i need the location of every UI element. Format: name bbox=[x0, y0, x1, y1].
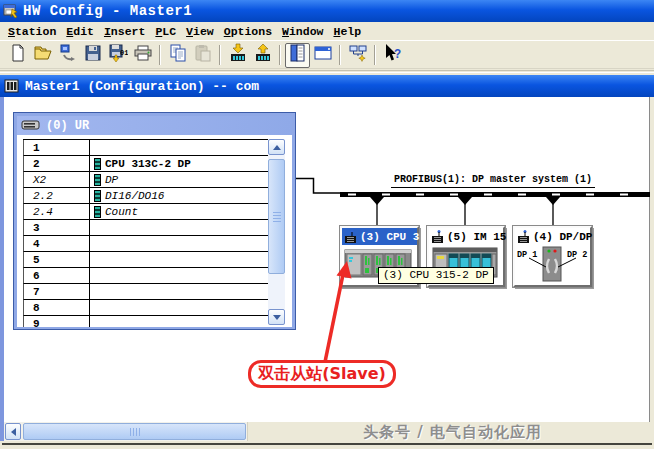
save-compile-button[interactable]: 01 bbox=[105, 43, 130, 68]
paste-button[interactable] bbox=[190, 43, 215, 68]
open-station-button[interactable] bbox=[55, 43, 80, 68]
dp-port-2-label: DP 2 bbox=[567, 250, 587, 260]
menu-bar: Station Edit Insert PLC View Options Win… bbox=[0, 22, 654, 41]
rack-row[interactable]: 6 bbox=[23, 268, 271, 284]
scrollbar-thumb[interactable] bbox=[268, 159, 285, 274]
station-window-button[interactable] bbox=[310, 43, 335, 68]
catalog-button[interactable] bbox=[285, 43, 310, 68]
rack-row[interactable]: X2DP bbox=[23, 172, 271, 188]
module-icon bbox=[94, 190, 101, 202]
rack-row[interactable]: 2.4Count bbox=[23, 204, 271, 220]
arrow-down-icon bbox=[273, 315, 281, 320]
svg-text:?: ? bbox=[394, 48, 401, 62]
app-titlebar: HW Config - Master1 bbox=[0, 0, 654, 22]
module-icon bbox=[94, 158, 101, 170]
menu-plc[interactable]: PLC bbox=[150, 24, 181, 39]
arrow-left-icon bbox=[11, 428, 16, 436]
rack-window[interactable]: (0) UR 1 2CPU 313C-2 DP X2DP 2.2DI16/DO1… bbox=[14, 113, 295, 329]
new-button[interactable] bbox=[5, 43, 30, 68]
menu-window[interactable]: Window bbox=[277, 24, 328, 39]
toolbar-separator bbox=[374, 45, 376, 65]
open-station-icon bbox=[58, 43, 78, 68]
upload-icon bbox=[253, 43, 273, 68]
rack-row[interactable]: 8 bbox=[23, 300, 271, 316]
document-icon bbox=[4, 79, 20, 94]
window-bottom-edge bbox=[2, 443, 652, 445]
rack-icon bbox=[21, 120, 41, 131]
app-title: HW Config - Master1 bbox=[23, 3, 192, 19]
download-icon bbox=[228, 43, 248, 68]
network-icon bbox=[348, 43, 368, 68]
copy-icon bbox=[168, 43, 188, 68]
station-titlebar[interactable]: (3) CPU 3 bbox=[342, 228, 417, 245]
rack-row[interactable]: 7 bbox=[23, 284, 271, 300]
station-titlebar[interactable]: (5) IM 15 bbox=[429, 228, 503, 245]
module-icon bbox=[94, 206, 101, 218]
scrollbar-thumb[interactable] bbox=[23, 423, 246, 440]
rack-title: (0) UR bbox=[46, 119, 89, 133]
dp-port-1-label: DP 1 bbox=[517, 250, 537, 260]
save-compile-icon: 01 bbox=[108, 43, 128, 68]
menu-options[interactable]: Options bbox=[219, 24, 277, 39]
station-title: (3) CPU 3 bbox=[360, 231, 419, 243]
rack-vertical-scrollbar[interactable] bbox=[268, 139, 285, 325]
scroll-left-button[interactable] bbox=[5, 423, 21, 440]
toolbar-separator bbox=[219, 45, 221, 65]
dp-slave-icon bbox=[344, 230, 357, 244]
download-button[interactable] bbox=[225, 43, 250, 68]
rack-row[interactable]: 4 bbox=[23, 236, 271, 252]
save-icon bbox=[83, 43, 103, 68]
module-icon bbox=[94, 174, 101, 186]
rack-row[interactable]: 2.2DI16/DO16 bbox=[23, 188, 271, 204]
watermark-text: 头条号 / 电气自动化应用 bbox=[363, 423, 542, 442]
rack-row[interactable]: 1 bbox=[23, 140, 271, 156]
toolbar-separator bbox=[279, 45, 281, 65]
paste-icon bbox=[193, 43, 213, 68]
tooltip: (3) CPU 315-2 DP bbox=[378, 267, 494, 284]
menu-station[interactable]: Station bbox=[3, 24, 61, 39]
station-titlebar[interactable]: (4) DP/DP bbox=[515, 228, 590, 245]
rack-window-titlebar[interactable]: (0) UR bbox=[17, 116, 292, 135]
open-folder-icon bbox=[33, 43, 53, 68]
menu-view[interactable]: View bbox=[181, 24, 219, 39]
copy-button[interactable] bbox=[165, 43, 190, 68]
dp-slave-icon bbox=[431, 230, 444, 244]
station-title: (5) IM 15 bbox=[447, 231, 506, 243]
app-icon bbox=[3, 3, 19, 19]
rack-row[interactable]: 9 bbox=[23, 316, 271, 327]
help-pointer-icon: ? bbox=[383, 43, 403, 68]
profibus-bus-label: PROFIBUS(1): DP master system (1) bbox=[391, 174, 595, 188]
menu-edit[interactable]: Edit bbox=[61, 24, 99, 39]
document-title: Master1 (Configuration) -- com bbox=[25, 79, 259, 94]
annotation-label: 双击从站(Slave) bbox=[248, 360, 396, 388]
upload-button[interactable] bbox=[250, 43, 275, 68]
arrow-up-icon bbox=[273, 145, 281, 150]
station-image: DP 1 DP 2 bbox=[515, 245, 590, 283]
help-button[interactable]: ? bbox=[380, 43, 405, 68]
rack-row[interactable]: 5 bbox=[23, 252, 271, 268]
print-icon bbox=[133, 43, 153, 68]
rack-row[interactable]: 3 bbox=[23, 220, 271, 236]
print-button[interactable] bbox=[130, 43, 155, 68]
station-window-icon bbox=[313, 43, 333, 68]
catalog-icon bbox=[288, 43, 308, 68]
rack-slot-table: 1 2CPU 313C-2 DP X2DP 2.2DI16/DO16 2.4Co… bbox=[17, 135, 292, 327]
station-dpdp-coupler[interactable]: (4) DP/DP DP 1 DP 2 bbox=[513, 226, 592, 287]
new-icon bbox=[8, 43, 28, 68]
svg-text:01: 01 bbox=[120, 49, 128, 57]
scroll-up-button[interactable] bbox=[268, 139, 285, 155]
dp-slave-icon bbox=[517, 230, 530, 244]
scroll-down-button[interactable] bbox=[268, 309, 285, 325]
menu-help[interactable]: Help bbox=[328, 24, 366, 39]
toolbar-groove bbox=[0, 70, 654, 73]
menu-insert[interactable]: Insert bbox=[99, 24, 150, 39]
rack-row[interactable]: 2CPU 313C-2 DP bbox=[23, 156, 271, 172]
save-button[interactable] bbox=[80, 43, 105, 68]
toolbar-separator bbox=[339, 45, 341, 65]
document-titlebar[interactable]: Master1 (Configuration) -- com bbox=[0, 75, 654, 97]
network-button[interactable] bbox=[345, 43, 370, 68]
open-button[interactable] bbox=[30, 43, 55, 68]
horizontal-scrollbar[interactable] bbox=[4, 422, 650, 441]
station-title: (4) DP/DP bbox=[533, 231, 592, 243]
toolbar: 01 ? bbox=[0, 42, 654, 69]
